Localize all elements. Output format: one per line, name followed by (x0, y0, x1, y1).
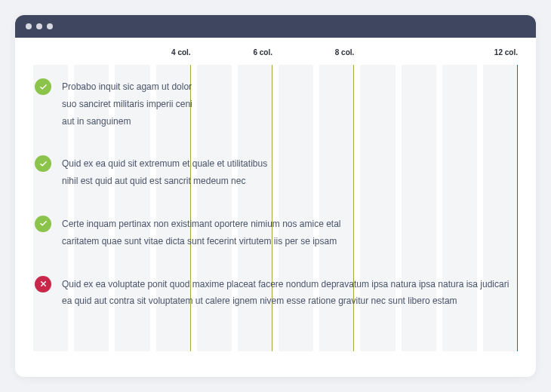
grid-area: Probabo inquit sic agam ut dolor suo san… (33, 65, 518, 351)
list-item: Certe inquam pertinax non existimant opo… (33, 216, 518, 250)
window-dot (26, 23, 32, 29)
column-marker-label: 8 col. (335, 48, 355, 57)
check-icon (35, 78, 51, 95)
list-item: Quid ex ea voluptate ponit quod maxime p… (33, 276, 518, 311)
list-item: Quid ex ea quid sit extremum et quale et… (33, 155, 518, 190)
item-text: Certe inquam pertinax non existimant opo… (62, 216, 368, 250)
item-text: Quid ex ea voluptate ponit quod maxime p… (62, 276, 518, 311)
titlebar (15, 15, 536, 38)
column-marker-label: 6 col. (253, 48, 272, 57)
content-area: 4 col.6 col.8 col.12 col. Probabo inquit… (15, 38, 536, 377)
column-marker-label: 4 col. (171, 48, 191, 57)
items-list: Probabo inquit sic agam ut dolor suo san… (33, 65, 518, 351)
column-marker-label: 12 col. (494, 48, 518, 57)
window-dot (36, 23, 42, 29)
check-icon (35, 216, 51, 232)
list-item: Probabo inquit sic agam ut dolor suo san… (33, 78, 518, 130)
check-icon (35, 155, 51, 172)
item-text: Quid ex ea quid sit extremum et quale et… (62, 155, 285, 190)
window-frame: 4 col.6 col.8 col.12 col. Probabo inquit… (15, 15, 536, 377)
item-text: Probabo inquit sic agam ut dolor suo san… (62, 78, 202, 130)
column-labels-row: 4 col.6 col.8 col.12 col. (33, 38, 518, 65)
window-dot (47, 23, 53, 29)
close-icon (35, 276, 51, 292)
